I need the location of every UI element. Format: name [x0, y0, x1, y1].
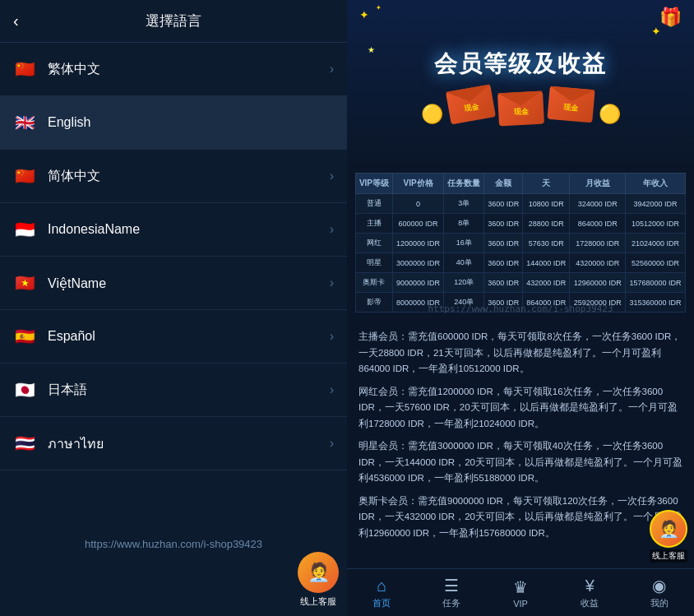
- table-cell: 10800 IDR: [523, 194, 570, 214]
- cs-label-left: 线上客服: [300, 595, 336, 608]
- flag-icon-th: 🇹🇭: [13, 432, 36, 455]
- table-cell: 240单: [444, 293, 484, 313]
- flag-icon-id: 🇮🇩: [13, 218, 36, 241]
- table-cell: 主播: [356, 214, 393, 234]
- left-header: ‹ 選擇語言: [0, 0, 347, 43]
- table-header: 金额: [484, 174, 523, 194]
- banner-area: ✦ ✦ ✦ ✦ 🎁 ★ 会员等级及收益 🟡 现金 现金 现金 🟡: [347, 0, 694, 164]
- vip-nav-label: VIP: [513, 599, 528, 609]
- table-cell: 864000 IDR: [523, 293, 570, 313]
- table-cell: 3600 IDR: [484, 293, 523, 313]
- table-header: 天: [523, 174, 570, 194]
- table-row: 奥斯卡9000000 IDR120单3600 IDR432000 IDR1296…: [356, 273, 686, 293]
- flag-icon-zh-tw: 🇨🇳: [13, 58, 36, 81]
- lang-item-es[interactable]: 🇪🇸Español›: [0, 310, 347, 364]
- lang-item-ja[interactable]: 🇯🇵日本語›: [0, 364, 347, 417]
- table-cell: 3单: [444, 194, 484, 214]
- customer-service-left[interactable]: 🧑‍💼 线上客服: [298, 552, 339, 608]
- table-cell: 12960000 IDR: [570, 273, 626, 293]
- flag-icon-en: 🇬🇧: [13, 111, 36, 134]
- table-header: VIP等级: [356, 174, 393, 194]
- description-section: 主播会员：需充值600000 IDR，每天可领取8次任务，一次任务3600 ID…: [347, 321, 694, 557]
- table-cell: 21024000 IDR: [626, 234, 686, 253]
- table-cell: 3600 IDR: [484, 214, 523, 234]
- language-selection-panel: ‹ 選擇語言 🇨🇳繁体中文›🇬🇧English🇨🇳简体中文›🇮🇩Indonesi…: [0, 0, 347, 616]
- lang-arrow-vi: ›: [330, 276, 334, 290]
- nav-item-profile[interactable]: ◉我的: [625, 576, 694, 609]
- lang-name-vi: ViệtName: [48, 276, 330, 291]
- vip-nav-icon: ♛: [513, 577, 528, 597]
- table-row: 网红1200000 IDR16单3600 IDR57630 IDR1728000…: [356, 234, 686, 253]
- gift-icon: 🎁: [659, 7, 682, 28]
- table-cell: 0: [392, 194, 443, 214]
- desc-paragraph: 主播会员：需充值600000 IDR，每天可领取8次任务，一次任务3600 ID…: [359, 329, 682, 377]
- banner-title: 会员等级及收益: [434, 49, 607, 80]
- table-cell: 8单: [444, 214, 484, 234]
- star-deco-3: ✦: [671, 12, 678, 21]
- lang-item-zh-tw[interactable]: 🇨🇳繁体中文›: [0, 43, 347, 96]
- earnings-nav-label: 收益: [581, 597, 599, 609]
- lang-item-th[interactable]: 🇹🇭ภาษาไทย›: [0, 417, 347, 470]
- customer-service-right[interactable]: 🧑‍💼 线上客服: [650, 510, 687, 563]
- table-cell: 16单: [444, 234, 484, 253]
- lang-item-id[interactable]: 🇮🇩IndonesiaName›: [0, 203, 347, 257]
- star-deco-2: ✦: [376, 4, 382, 12]
- table-header: 任务数量: [444, 174, 484, 194]
- flag-icon-es: 🇪🇸: [13, 325, 36, 348]
- lang-arrow-th: ›: [330, 436, 334, 451]
- desc-paragraph: 网红会员：需充值1200000 IDR，每天可领取16次任务，一次任务3600 …: [359, 384, 682, 433]
- table-row: 主播600000 IDR8单3600 IDR28800 IDR864000 ID…: [356, 214, 686, 234]
- lang-arrow-id: ›: [330, 222, 334, 237]
- flag-icon-ja: 🇯🇵: [13, 378, 36, 401]
- table-header: 年收入: [626, 174, 686, 194]
- table-cell: 57630 IDR: [523, 234, 570, 253]
- cs-avatar-right: 🧑‍💼: [650, 510, 687, 548]
- lang-name-th: ภาษาไทย: [48, 433, 330, 454]
- lang-item-en[interactable]: 🇬🇧English: [0, 96, 347, 150]
- table-cell: 4320000 IDR: [570, 253, 626, 273]
- envelope-2: 现金: [497, 90, 544, 126]
- lang-arrow-zh-tw: ›: [330, 62, 334, 76]
- profile-nav-icon: ◉: [652, 576, 666, 595]
- table-header: VIP价格: [392, 174, 443, 194]
- back-button[interactable]: ‹: [13, 12, 19, 30]
- lang-arrow-zh-cn: ›: [330, 169, 334, 183]
- profile-nav-label: 我的: [650, 597, 669, 609]
- table-cell: 8000000 IDR: [392, 293, 443, 313]
- coin-left: 🟡: [421, 104, 443, 125]
- desc-paragraph: 明星会员：需充值3000000 IDR，每天可领取40次任务，一次任务3600 …: [359, 438, 682, 487]
- envelope-1: 现金: [445, 84, 495, 124]
- star-deco-1: ✦: [359, 8, 369, 21]
- home-nav-label: 首页: [372, 597, 391, 609]
- table-cell: 奥斯卡: [356, 273, 393, 293]
- lang-arrow-es: ›: [330, 329, 334, 344]
- home-nav-icon: ⌂: [377, 577, 386, 595]
- table-row: 普通03单3600 IDR10800 IDR324000 IDR3942000 …: [356, 194, 686, 214]
- banner-decorations: ✦ ✦ ✦ ✦ 🎁 ★: [347, 0, 694, 164]
- table-cell: 3600 IDR: [484, 194, 523, 214]
- table-cell: 3600 IDR: [484, 273, 523, 293]
- coin-right: 🟡: [599, 104, 621, 125]
- lang-name-id: IndonesiaName: [48, 222, 330, 237]
- table-cell: 40单: [444, 253, 484, 273]
- table-cell: 315360000 IDR: [626, 293, 686, 313]
- table-cell: 864000 IDR: [570, 214, 626, 234]
- lang-arrow-ja: ›: [330, 382, 334, 397]
- lang-item-zh-cn[interactable]: 🇨🇳简体中文›: [0, 150, 347, 203]
- nav-item-earnings[interactable]: ¥收益: [555, 577, 624, 609]
- tasks-nav-label: 任务: [442, 597, 460, 609]
- earnings-nav-icon: ¥: [585, 577, 595, 595]
- nav-item-home[interactable]: ⌂首页: [347, 577, 416, 609]
- table-cell: 3000000 IDR: [392, 253, 443, 273]
- flag-icon-vi: 🇻🇳: [13, 271, 36, 294]
- table-cell: 网红: [356, 234, 393, 253]
- nav-item-vip[interactable]: ♛VIP: [486, 577, 555, 609]
- table-cell: 25920000 IDR: [570, 293, 626, 313]
- lang-item-vi[interactable]: 🇻🇳ViệtName›: [0, 257, 347, 310]
- table-cell: 普通: [356, 194, 393, 214]
- nav-item-tasks[interactable]: ☰任务: [416, 576, 485, 609]
- star-deco-4: ✦: [651, 25, 661, 38]
- lang-name-en: English: [48, 115, 334, 130]
- right-content: ✦ ✦ ✦ ✦ 🎁 ★ 会员等级及收益 🟡 现金 现金 现金 🟡: [347, 0, 694, 616]
- table-row: 影帝8000000 IDR240单3600 IDR864000 IDR25920…: [356, 293, 686, 313]
